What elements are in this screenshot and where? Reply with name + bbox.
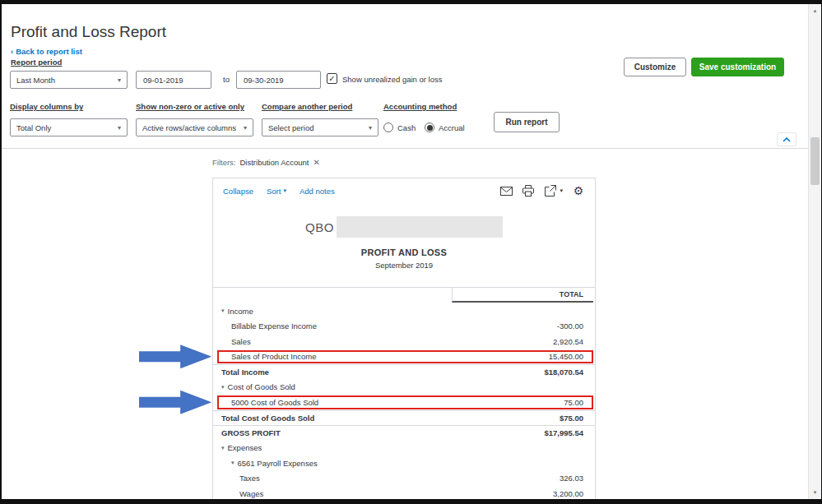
caret-down-icon: ▾ xyxy=(364,124,372,132)
accrual-radio-label: Accrual xyxy=(439,123,465,132)
collapse-link-label: Collapse xyxy=(223,187,253,196)
window-border-left xyxy=(0,0,2,504)
collapse-triangle-icon[interactable]: ▾ xyxy=(221,307,225,314)
report-row[interactable]: ▾Expenses xyxy=(213,441,595,456)
run-report-button[interactable]: Run report xyxy=(494,112,560,132)
row-value: $18,070.54 xyxy=(544,368,583,377)
display-columns-value: Total Only xyxy=(16,123,51,132)
report-row[interactable]: Taxes326.03 xyxy=(213,471,595,487)
report-row[interactable]: Sales of Product Income15,450.00 xyxy=(213,349,595,365)
active-only-label: Show non-zero or active only xyxy=(136,102,244,111)
report-subtitle: September 2019 xyxy=(213,261,595,270)
sort-link-label: Sort xyxy=(267,187,281,196)
row-value[interactable]: 15,450.00 xyxy=(549,352,583,361)
row-value[interactable]: 326.03 xyxy=(560,474,583,483)
add-notes-link[interactable]: Add notes xyxy=(300,187,335,196)
compare-period-select[interactable]: Select period ▾ xyxy=(262,118,378,136)
compare-period-value: Select period xyxy=(268,123,313,132)
radio-selected-dot xyxy=(427,125,433,131)
export-icon[interactable] xyxy=(544,184,557,197)
report-row[interactable]: ▾Cost of Goods Sold xyxy=(213,380,595,395)
page-title: Profit and Loss Report xyxy=(11,23,166,41)
back-to-report-list-link[interactable]: ‹ Back to report list xyxy=(11,47,82,56)
row-label: Total Cost of Goods Sold xyxy=(221,414,314,423)
report-row: Total Income$18,070.54 xyxy=(213,364,595,380)
report-row[interactable]: 5000 Cost of Goods Sold75.00 xyxy=(213,395,595,410)
active-only-value: Active rows/active columns xyxy=(142,123,236,132)
window-border-bottom xyxy=(0,499,822,504)
row-label: Expenses xyxy=(228,443,262,452)
report-row[interactable]: Billable Expense Income-300.00 xyxy=(213,319,595,335)
sort-link[interactable]: Sort ▾ xyxy=(267,187,286,196)
filters-bar: Filters: Distribution Account ✕ xyxy=(212,158,320,167)
unrealized-gain-label: Show unrealized gain or loss xyxy=(342,75,442,84)
row-value[interactable]: 3,200.00 xyxy=(553,489,583,498)
active-only-select[interactable]: Active rows/active columns ▾ xyxy=(136,118,253,136)
row-label: GROSS PROFIT xyxy=(221,428,281,437)
collapse-triangle-icon[interactable]: ▾ xyxy=(231,460,235,466)
display-columns-select[interactable]: Total Only ▾ xyxy=(10,118,128,136)
unrealized-gain-checkbox[interactable]: ✓ xyxy=(327,73,337,84)
report-period-label: Report period xyxy=(11,58,62,67)
cash-radio-label: Cash xyxy=(397,123,416,132)
accrual-radio[interactable] xyxy=(425,123,434,132)
total-column-header: TOTAL xyxy=(560,290,583,298)
collapse-triangle-icon[interactable]: ▾ xyxy=(221,384,225,391)
print-icon[interactable] xyxy=(522,184,535,197)
qbo-report-window: Profit and Loss Report ‹ Back to report … xyxy=(0,0,822,504)
pointer-arrow xyxy=(139,389,211,415)
row-label: Sales xyxy=(231,337,251,346)
cash-radio[interactable] xyxy=(383,123,393,132)
filter-chip: Distribution Account xyxy=(240,158,309,167)
row-label: Total Income xyxy=(221,368,269,377)
scrollbar-thumb[interactable] xyxy=(810,137,820,185)
customize-button[interactable]: Customize xyxy=(624,58,686,76)
gear-icon[interactable]: ⚙ xyxy=(572,184,585,197)
total-column-header-cell: TOTAL xyxy=(452,288,593,303)
filters-label: Filters: xyxy=(212,158,236,167)
report-rows: ▾IncomeBillable Expense Income-300.00Sal… xyxy=(213,303,595,502)
report-title: PROFIT AND LOSS xyxy=(213,247,595,257)
add-notes-link-label: Add notes xyxy=(300,187,335,196)
row-value[interactable]: 75.00 xyxy=(564,398,583,407)
caret-down-icon[interactable]: ▾ xyxy=(560,187,563,194)
report-row[interactable]: Sales2,920.54 xyxy=(213,334,595,349)
save-customization-button[interactable]: Save customization xyxy=(691,58,784,76)
collapse-triangle-icon[interactable]: ▾ xyxy=(221,445,225,451)
row-value: $17,995.54 xyxy=(544,428,583,437)
row-value[interactable]: -300.00 xyxy=(557,321,583,331)
scroll-down-icon[interactable]: ▼ xyxy=(809,487,821,498)
gear-glyph: ⚙ xyxy=(574,185,584,197)
report-row[interactable]: ▾Income xyxy=(213,303,595,319)
accounting-method-label: Accounting method xyxy=(383,102,457,111)
collapse-panel-button[interactable] xyxy=(777,132,796,146)
start-date-input[interactable] xyxy=(136,71,211,89)
table-header: TOTAL xyxy=(213,287,595,303)
check-icon: ✓ xyxy=(328,75,335,83)
end-date-input[interactable] xyxy=(236,71,321,89)
caret-down-icon: ▾ xyxy=(113,76,121,84)
row-label: Cost of Goods Sold xyxy=(228,382,295,391)
row-label: Taxes xyxy=(239,474,260,483)
row-label: Income xyxy=(228,307,253,316)
report-toolbar: Collapse Sort ▾ Add notes ▾ ⚙ xyxy=(213,178,595,203)
display-columns-label: Display columns by xyxy=(10,102,83,111)
remove-filter-icon[interactable]: ✕ xyxy=(313,158,319,167)
email-icon[interactable] xyxy=(499,184,513,197)
caret-down-icon: ▾ xyxy=(113,124,121,132)
row-label: 5000 Cost of Goods Sold xyxy=(231,398,318,407)
row-label: Wages xyxy=(239,489,263,498)
caret-down-icon: ▾ xyxy=(283,187,286,194)
collapse-link[interactable]: Collapse xyxy=(223,187,253,196)
back-icon: ‹ xyxy=(11,47,13,56)
row-value[interactable]: 2,920.54 xyxy=(553,337,583,346)
period-preset-select[interactable]: Last Month ▾ xyxy=(10,71,128,89)
scroll-up-icon[interactable]: ▲ xyxy=(809,5,821,16)
row-label: 6561 Payroll Expenses xyxy=(238,459,318,468)
period-preset-value: Last Month xyxy=(16,76,55,85)
report-row[interactable]: ▾6561 Payroll Expenses xyxy=(213,455,595,471)
row-label: Billable Expense Income xyxy=(231,321,317,331)
row-label: Sales of Product Income xyxy=(231,352,317,361)
report-row: Total Cost of Goods Sold$75.00 xyxy=(213,410,595,426)
vertical-scrollbar[interactable]: ▲ ▼ xyxy=(808,4,821,499)
